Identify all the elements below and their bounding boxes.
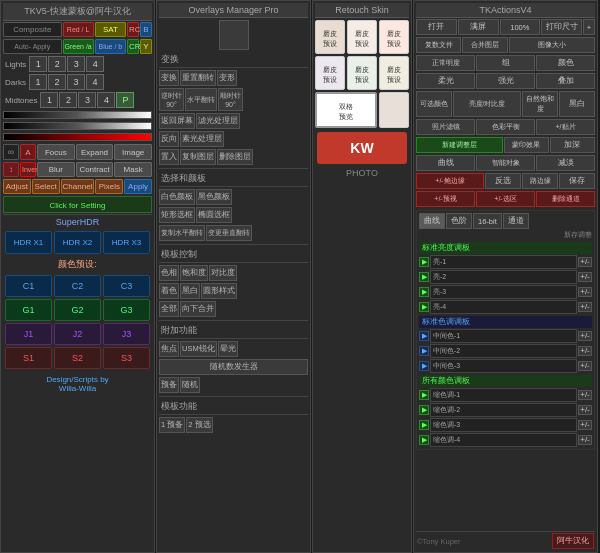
retouch-btn-4[interactable]: 磨皮预设 [315, 56, 345, 90]
retouch-btn-3[interactable]: 磨皮预设 [379, 20, 409, 54]
slider-3[interactable] [3, 133, 152, 141]
focus-btn[interactable]: Focus [37, 144, 75, 160]
g2-btn[interactable]: G2 [54, 299, 101, 321]
bright-play-1[interactable]: ▶ [419, 257, 429, 267]
color-pm-2[interactable]: +/- [578, 346, 592, 356]
darks-3[interactable]: 3 [67, 74, 85, 90]
pick-btn[interactable]: P [116, 92, 134, 108]
lighten-btn[interactable]: 减淡 [536, 155, 595, 171]
soft-btn[interactable]: 柔光 [416, 73, 475, 89]
hard-btn[interactable]: 强光 [476, 73, 535, 89]
heibai-btn[interactable]: 黑白 [180, 283, 200, 299]
select-btn[interactable]: Select [32, 179, 60, 194]
bright-play-3[interactable]: ▶ [419, 287, 429, 297]
lights-3[interactable]: 3 [67, 56, 85, 72]
allcolor-pm-3[interactable]: +/- [578, 420, 592, 430]
allcolor-play-4[interactable]: ▶ [419, 435, 429, 445]
allcolor-pm-1[interactable]: +/- [578, 390, 592, 400]
color-play-2[interactable]: ▶ [419, 346, 429, 356]
xiangxiahebing-btn[interactable]: 向下合并 [180, 301, 216, 317]
lights-4[interactable]: 4 [86, 56, 104, 72]
tab-16bit[interactable]: 16-bit [473, 213, 502, 229]
yubei1-btn[interactable]: 1 预备 [159, 417, 185, 433]
rc-btn[interactable]: RC [127, 22, 139, 37]
colorbalance-btn[interactable]: 色彩平衡 [476, 119, 535, 135]
c1-btn[interactable]: C1 [5, 275, 52, 297]
retouch-btn-1[interactable]: 磨皮预设 [315, 20, 345, 54]
zoom100-btn[interactable]: 100% [500, 19, 541, 35]
fullscreen-btn[interactable]: 满屏 [458, 19, 499, 35]
s1-btn[interactable]: S1 [5, 347, 52, 369]
brand-btn[interactable]: 阿牛汉化 [552, 533, 594, 549]
composite-btn[interactable]: Composite [3, 22, 62, 37]
hflip90-btn[interactable]: 水平翻转 [185, 88, 217, 111]
vibrance-btn[interactable]: 自然饱和度 [522, 91, 558, 117]
slider-2[interactable] [3, 122, 152, 130]
green-btn[interactable]: Green /a [63, 39, 94, 54]
expand-btn[interactable]: Expand [76, 144, 114, 160]
retouch-btn-5[interactable]: 磨皮预设 [347, 56, 377, 90]
photofilter-btn[interactable]: 照片滤镜 [416, 119, 475, 135]
baohd-btn[interactable]: 饱和度 [180, 265, 208, 281]
baise-btn[interactable]: 白色颜板 [159, 189, 195, 205]
pathedge-btn[interactable]: 路边缘 [522, 173, 558, 189]
pluspatch-btn[interactable]: +/贴片 [536, 119, 595, 135]
midtones-1[interactable]: 1 [40, 92, 58, 108]
lights-1[interactable]: 1 [29, 56, 47, 72]
hdr-x2-btn[interactable]: HDR X2 [54, 231, 101, 254]
blur-btn[interactable]: Blur [37, 162, 75, 177]
j1-btn[interactable]: J1 [5, 323, 52, 345]
allcolor-play-3[interactable]: ▶ [419, 420, 429, 430]
allcolor-play-1[interactable]: ▶ [419, 390, 429, 400]
selcolor-btn[interactable]: 可选颜色 [416, 91, 452, 117]
retouch-btn-2[interactable]: 磨皮预设 [347, 20, 377, 54]
bianxing-btn[interactable]: 变形 [217, 70, 237, 86]
fanxiang-btn[interactable]: 反向 [159, 131, 179, 147]
hdr-x3-btn[interactable]: HDR X3 [103, 231, 150, 254]
heise-btn[interactable]: 黑色颜板 [196, 189, 232, 205]
b-btn[interactable]: B [140, 22, 152, 37]
darks-1[interactable]: 1 [29, 74, 47, 90]
midtones-3[interactable]: 3 [78, 92, 96, 108]
fuzhitc-btn[interactable]: 复制图层 [180, 149, 216, 165]
jiaodian-btn[interactable]: 焦点 [159, 341, 179, 357]
midtones-2[interactable]: 2 [59, 92, 77, 108]
chongzhi-btn[interactable]: 重置翻转 [180, 70, 216, 86]
zhese-btn[interactable]: 着色 [159, 283, 179, 299]
channel-btn[interactable]: Channel [61, 179, 95, 194]
mask-btn[interactable]: Mask [114, 162, 152, 177]
fuzhishuiping-btn[interactable]: 复制水平翻转 [159, 225, 205, 241]
slider-1[interactable] [3, 111, 152, 119]
a-btn[interactable]: A [20, 144, 36, 160]
smartobj-btn[interactable]: 智能对象 [476, 155, 535, 171]
invert-icon[interactable]: ↕ [3, 162, 19, 177]
imagesize-btn[interactable]: 图像大小 [509, 37, 596, 53]
bianhuan-btn[interactable]: 变换 [159, 70, 179, 86]
invert-btn[interactable]: Invert [20, 162, 36, 177]
juxing-btn[interactable]: 矩形选框 [159, 207, 195, 223]
midtones-4[interactable]: 4 [97, 92, 115, 108]
yuanxing-btn[interactable]: 圆形样式 [201, 283, 237, 299]
c2-btn[interactable]: C2 [54, 275, 101, 297]
bright-pm-4[interactable]: +/- [578, 302, 592, 312]
g3-btn[interactable]: G3 [103, 299, 150, 321]
tab-curves[interactable]: 曲线 [419, 213, 445, 229]
y-btn[interactable]: Y [140, 39, 152, 54]
apply-btn[interactable]: Apply [124, 179, 152, 194]
yubei-btn[interactable]: 预备 [159, 377, 179, 393]
open-btn[interactable]: 打开 [416, 19, 457, 35]
dual-preview-btn[interactable]: 双格预览 [315, 92, 377, 128]
bright-play-4[interactable]: ▶ [419, 302, 429, 312]
hdr-x1-btn[interactable]: HDR X1 [5, 231, 52, 254]
blue-btn[interactable]: Blue / b [95, 39, 126, 54]
bright-pm-2[interactable]: +/- [578, 272, 592, 282]
darks-4[interactable]: 4 [86, 74, 104, 90]
adjust-btn[interactable]: Adjust [3, 179, 31, 194]
plus-btn[interactable]: + [583, 19, 595, 35]
duibid-btn[interactable]: 对比度 [209, 265, 237, 281]
suguang-btn[interactable]: 素光处理层 [180, 131, 224, 147]
save-btn[interactable]: 保存 [559, 173, 595, 189]
zhiru-btn[interactable]: 置入 [159, 149, 179, 165]
red-btn[interactable]: Red / L [63, 22, 94, 37]
allcolor-pm-2[interactable]: +/- [578, 405, 592, 415]
